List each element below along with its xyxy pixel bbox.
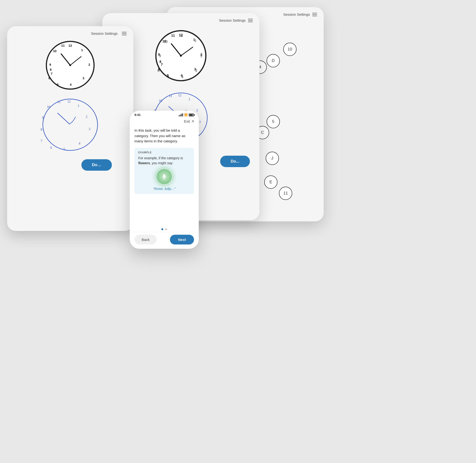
example-text: For example, if the category is flowers,… bbox=[138, 156, 190, 166]
mic-wrapper bbox=[138, 169, 190, 184]
example-text-after: , you might say: bbox=[150, 161, 173, 165]
mic-circle[interactable] bbox=[157, 169, 172, 184]
phone-main-text: In this task, you will be told a categor… bbox=[134, 128, 194, 144]
signal-bars-icon bbox=[179, 113, 183, 116]
svg-text:10: 10 bbox=[53, 49, 57, 53]
svg-text:6: 6 bbox=[48, 76, 50, 80]
mic-icon bbox=[161, 173, 167, 180]
svg-text:9: 9 bbox=[49, 63, 51, 66]
svg-text:11: 11 bbox=[171, 34, 175, 37]
svg-text:3: 3 bbox=[194, 67, 196, 71]
svg-text:2: 2 bbox=[88, 63, 90, 66]
svg-text:7: 7 bbox=[41, 139, 42, 143]
example-quote: “Rose, tulip...” bbox=[138, 187, 190, 191]
svg-text:12: 12 bbox=[178, 93, 181, 97]
hamburger-menu-icon-right[interactable] bbox=[312, 13, 317, 16]
svg-text:1: 1 bbox=[81, 48, 83, 52]
svg-text:10: 10 bbox=[159, 99, 162, 103]
tablet-left: Session Settings 12 1 2 3 4 5 6 9 10 11 … bbox=[7, 26, 133, 231]
svg-text:10: 10 bbox=[47, 105, 50, 109]
next-button[interactable]: Next bbox=[170, 235, 194, 244]
svg-text:9: 9 bbox=[158, 53, 160, 56]
phone-pagination-dots bbox=[130, 226, 199, 232]
dot-2 bbox=[165, 228, 167, 230]
svg-text:5: 5 bbox=[57, 83, 59, 86]
example-box: EXAMPLE For example, if the category is … bbox=[134, 148, 194, 194]
svg-text:1: 1 bbox=[188, 97, 190, 101]
hamburger-menu-icon-back[interactable] bbox=[248, 19, 253, 22]
session-settings-label-right: Session Settings bbox=[283, 12, 310, 17]
svg-text:5: 5 bbox=[167, 73, 169, 77]
svg-text:12: 12 bbox=[69, 44, 72, 47]
phone-time: 9:41 bbox=[134, 113, 141, 117]
svg-text:3: 3 bbox=[199, 120, 201, 124]
battery-fill bbox=[189, 114, 193, 116]
done-button-left[interactable]: Do… bbox=[81, 159, 112, 171]
example-bold-word: flowers bbox=[138, 161, 150, 165]
svg-text:1: 1 bbox=[193, 38, 195, 42]
dot-1 bbox=[161, 228, 163, 230]
svg-text:11: 11 bbox=[57, 100, 61, 104]
wifi-icon: 📶 bbox=[184, 113, 187, 116]
svg-text:1: 1 bbox=[78, 104, 79, 107]
svg-text:8: 8 bbox=[159, 60, 161, 63]
tablet-back-header: Session Settings bbox=[102, 13, 259, 25]
hamburger-menu-icon-left[interactable] bbox=[122, 32, 127, 35]
svg-text:2: 2 bbox=[200, 53, 202, 56]
trail-circle-5[interactable]: 5 bbox=[266, 115, 280, 128]
svg-text:2: 2 bbox=[86, 115, 88, 119]
tablet-left-content: 12 1 2 3 4 5 6 9 10 11 7 8 bbox=[7, 38, 133, 173]
example-label: EXAMPLE bbox=[138, 151, 190, 154]
svg-text:12: 12 bbox=[67, 100, 71, 103]
svg-text:7: 7 bbox=[51, 72, 52, 75]
svg-text:8: 8 bbox=[41, 128, 42, 131]
svg-text:9: 9 bbox=[42, 116, 44, 119]
exit-button[interactable]: Exit ✕ bbox=[184, 119, 194, 124]
tablet-left-handdrawn-clock: 12 1 2 3 4 5 6 7 8 9 10 11 bbox=[38, 95, 102, 154]
example-text-before: For example, if the category is bbox=[138, 156, 183, 160]
exit-label: Exit bbox=[184, 119, 190, 123]
phone: 9:41 📶 Exit ✕ In this task, you will be … bbox=[130, 111, 199, 249]
phone-bottom-bar: Back Next bbox=[130, 232, 199, 249]
svg-text:2: 2 bbox=[196, 108, 198, 112]
svg-text:8: 8 bbox=[50, 68, 52, 71]
svg-text:3: 3 bbox=[83, 76, 84, 80]
svg-point-55 bbox=[43, 99, 97, 151]
svg-text:11: 11 bbox=[169, 94, 172, 98]
trail-circle-E[interactable]: E bbox=[264, 175, 278, 189]
svg-text:5: 5 bbox=[63, 147, 65, 151]
svg-rect-69 bbox=[163, 174, 165, 178]
session-settings-label-left: Session Settings bbox=[91, 31, 118, 36]
trail-circle-11[interactable]: 11 bbox=[279, 187, 292, 200]
trail-circle-J[interactable]: J bbox=[266, 152, 279, 165]
phone-content: In this task, you will be told a categor… bbox=[130, 125, 199, 226]
back-button[interactable]: Back bbox=[134, 235, 157, 244]
svg-line-68 bbox=[58, 113, 70, 124]
close-icon: ✕ bbox=[191, 119, 194, 124]
done-button[interactable]: Do... bbox=[220, 156, 250, 167]
phone-exit-bar: Exit ✕ bbox=[130, 118, 199, 125]
svg-text:6: 6 bbox=[51, 146, 52, 150]
svg-text:4: 4 bbox=[181, 73, 183, 77]
trail-circle-10[interactable]: 10 bbox=[283, 43, 297, 56]
phone-status-bar: 9:41 📶 bbox=[130, 111, 199, 118]
svg-text:4: 4 bbox=[70, 83, 72, 86]
svg-point-24 bbox=[180, 55, 182, 57]
svg-text:10: 10 bbox=[162, 39, 166, 43]
phone-status-icons: 📶 bbox=[179, 113, 194, 116]
battery-icon bbox=[189, 114, 194, 116]
svg-point-54 bbox=[69, 64, 71, 66]
done-btn-area: Do… bbox=[14, 157, 126, 171]
tablet-left-header: Session Settings bbox=[7, 26, 133, 38]
session-settings-label-back: Session Settings bbox=[219, 18, 246, 22]
svg-text:3: 3 bbox=[89, 127, 90, 131]
svg-text:12: 12 bbox=[179, 33, 183, 37]
perfect-clock: 12 1 2 3 4 5 6 9 10 12 1 2 3 4 5 6 bbox=[155, 29, 207, 82]
svg-text:6: 6 bbox=[158, 67, 160, 71]
svg-text:4: 4 bbox=[79, 142, 80, 145]
svg-text:11: 11 bbox=[61, 44, 65, 47]
trail-circle-D[interactable]: D bbox=[266, 54, 280, 67]
tablet-left-perfect-clock: 12 1 2 3 4 5 6 9 10 11 7 8 bbox=[45, 40, 95, 90]
